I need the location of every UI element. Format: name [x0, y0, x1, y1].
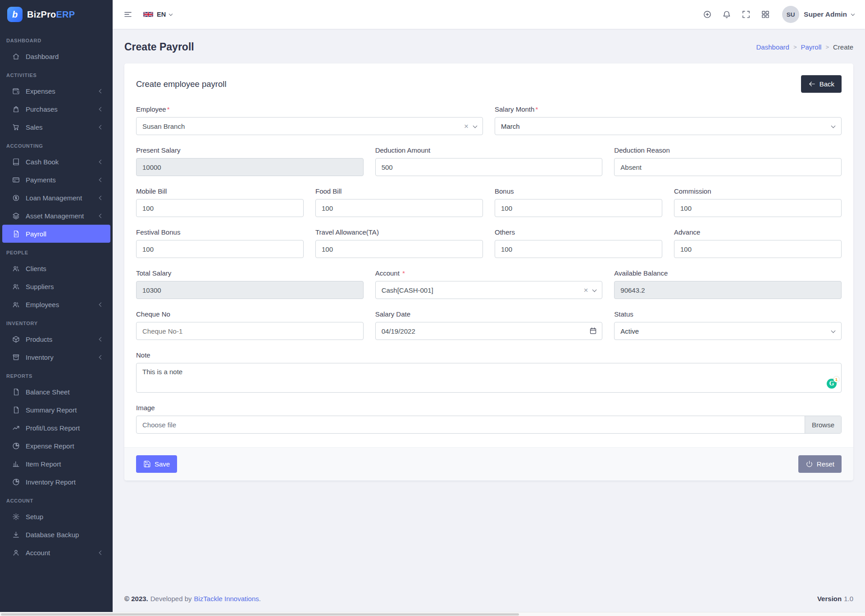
expand-icon	[742, 10, 751, 19]
field-advance: Advance	[674, 228, 842, 258]
sidebar-section-reports: REPORTS	[0, 366, 113, 383]
browse-button[interactable]: Browse	[805, 416, 841, 433]
sidebar-item-profit-loss-report[interactable]: Profit/Loss Report	[0, 419, 113, 437]
commission-input[interactable]	[674, 199, 842, 217]
chevron-left-icon	[99, 550, 104, 555]
quick-add-button[interactable]	[703, 10, 712, 19]
cart-icon	[12, 123, 20, 131]
sidebar-item-setup[interactable]: Setup	[0, 507, 113, 525]
back-button[interactable]: Back	[801, 75, 842, 93]
others-input[interactable]	[495, 240, 662, 258]
commission-label: Commission	[674, 187, 842, 195]
advance-input[interactable]	[674, 240, 842, 258]
language-selector[interactable]: EN	[143, 11, 172, 18]
food-bill-input[interactable]	[315, 199, 483, 217]
chevron-down-icon	[851, 12, 855, 15]
mobile-bill-input[interactable]	[136, 199, 304, 217]
sidebar-item-balance-sheet[interactable]: Balance Sheet	[0, 383, 113, 401]
sidebar-item-inventory[interactable]: Inventory	[0, 348, 113, 366]
sidebar-item-label: Payments	[26, 176, 94, 184]
sidebar-item-label: Suppliers	[26, 283, 103, 290]
version-value: 1.0	[844, 595, 853, 602]
employee-label: Employee*	[136, 105, 483, 113]
advance-label: Advance	[674, 228, 842, 236]
shopping-bag-icon	[12, 105, 20, 113]
sidebar-item-loan-management[interactable]: Loan Management	[0, 189, 113, 207]
sidebar-item-clients[interactable]: Clients	[0, 259, 113, 277]
fullscreen-button[interactable]	[742, 10, 751, 19]
sidebar-item-item-report[interactable]: Item Report	[0, 455, 113, 473]
sidebar-item-purchases[interactable]: Purchases	[0, 100, 113, 118]
brand-logo-icon: b	[7, 7, 23, 22]
sidebar-item-label: Summary Report	[26, 406, 103, 414]
sidebar-item-label: Account	[26, 549, 94, 557]
clear-icon[interactable]: ×	[583, 286, 588, 294]
notifications-button[interactable]	[722, 10, 731, 19]
file-icon	[12, 388, 20, 396]
user-menu[interactable]: SU Super Admin	[782, 6, 854, 23]
sidebar-item-dashboard[interactable]: Dashboard	[0, 47, 113, 65]
horizontal-scrollbar[interactable]	[0, 612, 865, 616]
company-link[interactable]: BizTackle Innovations	[194, 595, 259, 602]
festival-bonus-input[interactable]	[136, 240, 304, 258]
uk-flag-icon	[143, 11, 153, 18]
sidebar-item-asset-management[interactable]: Asset Management	[0, 207, 113, 225]
grammarly-icon[interactable]: G 1	[827, 379, 837, 389]
save-button[interactable]: Save	[136, 455, 177, 473]
required-mark: *	[167, 105, 170, 113]
salary-month-select[interactable]: March	[495, 117, 842, 135]
image-file-input[interactable]: Choose file Browse	[136, 416, 842, 434]
sidebar-item-account[interactable]: Account	[0, 544, 113, 562]
user-name: Super Admin	[804, 10, 847, 18]
sidebar-item-inventory-report[interactable]: Inventory Report	[0, 473, 113, 491]
travel-allowance-label: Travel Allowance(TA)	[315, 228, 483, 236]
breadcrumb-payroll[interactable]: Payroll	[801, 43, 822, 51]
reset-button[interactable]: Reset	[798, 455, 842, 473]
chevron-left-icon	[99, 302, 104, 307]
sidebar-item-label: Cash Book	[26, 158, 94, 166]
main-area: EN SU Super Admin	[113, 0, 865, 616]
deduction-amount-input[interactable]	[375, 158, 603, 176]
sidebar-item-expense-report[interactable]: Expense Report	[0, 437, 113, 455]
status-select[interactable]: Active	[614, 322, 842, 340]
apps-grid-button[interactable]	[761, 10, 770, 19]
salary-date-input[interactable]	[375, 322, 603, 340]
breadcrumb-dashboard[interactable]: Dashboard	[756, 43, 789, 51]
sidebar-item-cash-book[interactable]: Cash Book	[0, 153, 113, 171]
sidebar-item-sales[interactable]: Sales	[0, 118, 113, 136]
travel-allowance-input[interactable]	[315, 240, 483, 258]
sidebar-item-employees[interactable]: Employees	[0, 295, 113, 313]
employee-select[interactable]: Susan Branch ×	[136, 117, 483, 135]
sidebar-item-payments[interactable]: Payments	[0, 171, 113, 189]
archive-icon	[12, 353, 20, 361]
sidebar-item-products[interactable]: Products	[0, 330, 113, 348]
sidebar-section-activities: ACTIVITIES	[0, 65, 113, 82]
required-mark: *	[535, 105, 538, 113]
developed-by-text: Developed by	[150, 595, 192, 602]
sidebar-item-label: Inventory	[26, 353, 94, 361]
field-travel-allowance: Travel Allowance(TA)	[315, 228, 483, 258]
cheque-no-label: Cheque No	[136, 310, 364, 318]
scrollbar-thumb[interactable]	[1, 613, 519, 616]
sidebar-item-summary-report[interactable]: Summary Report	[0, 401, 113, 419]
account-select[interactable]: Cash[CASH-001] ×	[375, 281, 603, 299]
note-textarea[interactable]: This is a note	[136, 363, 842, 393]
cheque-no-input[interactable]	[136, 322, 364, 340]
sidebar-item-database-backup[interactable]: Database Backup	[0, 525, 113, 544]
bonus-input[interactable]	[495, 199, 662, 217]
food-bill-label: Food Bill	[315, 187, 483, 195]
sidebar-item-payroll[interactable]: Payroll	[2, 225, 110, 243]
total-salary-label: Total Salary	[136, 269, 364, 277]
brand-logo[interactable]: b BizProERP	[0, 0, 113, 29]
clear-icon[interactable]: ×	[464, 122, 469, 130]
deduction-reason-input[interactable]	[614, 158, 842, 176]
sidebar-item-suppliers[interactable]: Suppliers	[0, 277, 113, 295]
chevron-left-icon	[99, 89, 104, 93]
sidebar-section-people: PEOPLE	[0, 243, 113, 259]
sidebar-item-label: Asset Management	[26, 212, 94, 220]
note-label: Note	[136, 351, 842, 359]
power-icon	[806, 460, 813, 468]
sidebar-item-expenses[interactable]: Expenses	[0, 82, 113, 100]
copyright: © 2023.	[124, 595, 148, 602]
menu-toggle-button[interactable]	[123, 10, 132, 19]
